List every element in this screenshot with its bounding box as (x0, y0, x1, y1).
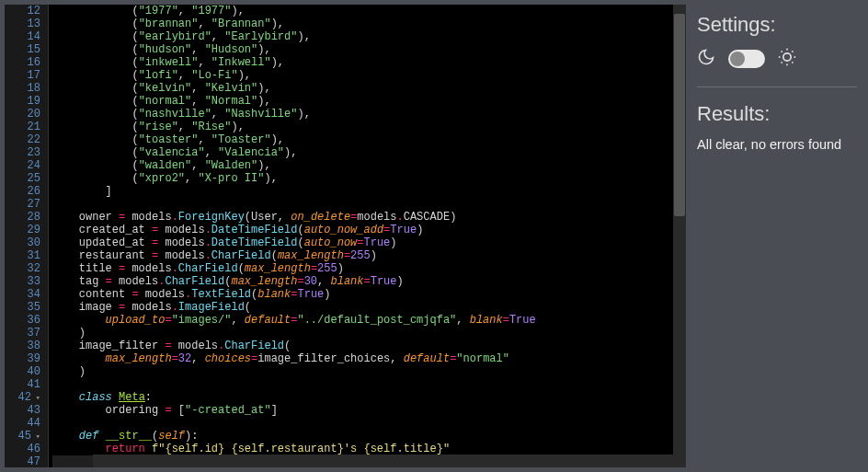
code-line[interactable]: ("hudson", "Hudson"), (52, 43, 686, 56)
code-line[interactable]: ("normal", "Normal"), (52, 95, 686, 108)
code-line[interactable]: ("rise", "Rise"), (52, 121, 686, 133)
code-line[interactable] (52, 378, 686, 391)
code-line[interactable]: image = models.ImageField( (52, 301, 686, 314)
line-number: 34 (5, 288, 40, 301)
line-number: 16 (5, 56, 40, 69)
line-number: 15 (5, 43, 40, 56)
line-number: 29 (5, 224, 40, 236)
vertical-scrollbar[interactable] (673, 5, 686, 467)
divider (697, 86, 857, 87)
line-number: 37 (5, 327, 40, 340)
line-number: 22 (5, 133, 40, 146)
code-line[interactable]: ordering = ["-created_at"] (52, 404, 686, 417)
line-number: 23 (5, 146, 40, 159)
code-line[interactable]: ("kelvin", "Kelvin"), (52, 82, 686, 95)
side-panel: Settings: Results: All clear, no errors … (686, 0, 868, 472)
theme-toggle-knob (730, 52, 745, 66)
code-line[interactable]: ("lofi", "Lo-Fi"), (52, 69, 686, 82)
line-number: 41 (5, 378, 40, 391)
line-number: 39 (5, 352, 40, 365)
results-message: All clear, no errors found (697, 137, 857, 152)
line-number: 43 (5, 404, 40, 417)
code-line[interactable]: ("xpro2", "X-pro II"), (52, 172, 686, 185)
line-number: 32 (5, 262, 40, 275)
code-content[interactable]: ("1977", "1977"), ("brannan", "Brannan")… (49, 5, 686, 467)
code-line[interactable]: ("earlybird", "Earlybird"), (52, 30, 686, 43)
svg-line-3 (782, 52, 782, 52)
line-number: 38 (5, 340, 40, 352)
code-area[interactable]: ("1977", "1977"), ("brannan", "Brannan")… (49, 5, 686, 467)
line-number: 20 (5, 108, 40, 121)
code-line[interactable]: ("valencia", "Valencia"), (52, 146, 686, 159)
results-heading: Results: (697, 102, 857, 126)
line-number: 44 (5, 417, 40, 430)
code-line[interactable]: ] (52, 185, 686, 198)
line-number: 42▾ (5, 391, 40, 404)
code-line[interactable]: ) (52, 327, 686, 340)
code-line[interactable]: ("1977", "1977"), (52, 5, 686, 17)
code-line[interactable]: title = models.CharField(max_length=255) (52, 262, 686, 275)
code-line[interactable]: restaurant = models.CharField(max_length… (52, 249, 686, 262)
line-number: 40 (5, 365, 40, 378)
line-number: 18 (5, 82, 40, 95)
line-number: 36 (5, 314, 40, 327)
code-line[interactable]: ("inkwell", "Inkwell"), (52, 56, 686, 69)
settings-heading: Settings: (697, 13, 857, 37)
line-number: 21 (5, 121, 40, 133)
code-line[interactable]: image_filter = models.CharField( (52, 340, 686, 352)
code-line[interactable]: class Meta: (52, 391, 686, 404)
code-line[interactable]: def __str__(self): (52, 430, 686, 443)
code-line[interactable] (52, 198, 686, 211)
line-number: 12 (5, 5, 40, 17)
line-number: 27 (5, 198, 40, 211)
code-editor-pane: 1213141516171819202122232425262728293031… (0, 0, 686, 472)
code-editor[interactable]: 1213141516171819202122232425262728293031… (5, 5, 686, 467)
line-number: 19 (5, 95, 40, 108)
code-line[interactable]: ("nashville", "Nashville"), (52, 108, 686, 121)
horizontal-scrollbar[interactable] (93, 455, 673, 467)
line-number: 46 (5, 443, 40, 455)
line-number-gutter: 1213141516171819202122232425262728293031… (5, 5, 49, 467)
theme-toggle[interactable] (728, 50, 765, 68)
vertical-scrollbar-thumb[interactable] (674, 14, 685, 216)
line-number: 13 (5, 17, 40, 30)
code-line[interactable]: created_at = models.DateTimeField(auto_n… (52, 224, 686, 236)
line-number: 31 (5, 249, 40, 262)
code-line[interactable]: content = models.TextField(blank=True) (52, 288, 686, 301)
line-number: 35 (5, 301, 40, 314)
code-line[interactable]: tag = models.CharField(max_length=30, bl… (52, 275, 686, 288)
code-line[interactable]: ("toaster", "Toaster"), (52, 133, 686, 146)
code-line[interactable]: owner = models.ForeignKey(User, on_delet… (52, 211, 686, 224)
sun-icon (778, 48, 796, 70)
line-number: 30 (5, 236, 40, 249)
code-line[interactable]: return f"{self.id} {self.restaurant}'s {… (52, 443, 686, 455)
svg-line-4 (792, 62, 793, 63)
line-number: 26 (5, 185, 40, 198)
code-line[interactable]: updated_at = models.DateTimeField(auto_n… (52, 236, 686, 249)
svg-line-7 (782, 62, 782, 63)
moon-icon (697, 48, 715, 70)
line-number: 47 (5, 455, 40, 468)
svg-point-0 (783, 53, 791, 61)
line-number: 25 (5, 172, 40, 185)
code-line[interactable] (52, 417, 686, 430)
theme-toggle-row (697, 48, 857, 70)
code-line[interactable]: max_length=32, choices=image_filter_choi… (52, 352, 686, 365)
line-number: 33 (5, 275, 40, 288)
code-line[interactable]: upload_to="images/", default="../default… (52, 314, 686, 327)
svg-line-8 (792, 52, 793, 52)
line-number: 45▾ (5, 430, 40, 443)
code-line[interactable]: ) (52, 365, 686, 378)
line-number: 28 (5, 211, 40, 224)
line-number: 24 (5, 159, 40, 172)
code-line[interactable]: ("walden", "Walden"), (52, 159, 686, 172)
line-number: 17 (5, 69, 40, 82)
line-number: 14 (5, 30, 40, 43)
code-line[interactable]: ("brannan", "Brannan"), (52, 17, 686, 30)
